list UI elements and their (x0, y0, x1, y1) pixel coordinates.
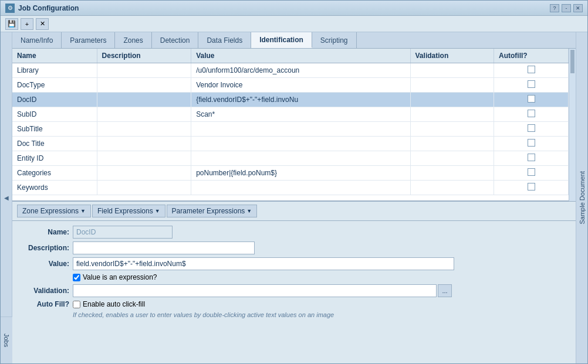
autofill-label: Auto Fill? (19, 300, 69, 308)
tab-name-info[interactable]: Name/Info (12, 32, 62, 48)
cell-autofill (494, 166, 569, 181)
parameter-expressions-button[interactable]: Parameter Expressions ▼ (167, 205, 258, 217)
tab-zones[interactable]: Zones (115, 32, 151, 48)
col-validation: Validation (410, 49, 494, 63)
field-expressions-button[interactable]: Field Expressions ▼ (92, 205, 165, 217)
jobs-label[interactable]: Jobs (3, 334, 10, 347)
help-button[interactable]: ? (550, 4, 559, 12)
validation-label: Validation: (19, 287, 69, 295)
validation-browse-button[interactable]: ... (438, 284, 452, 297)
cell-value: /u0/unform100/arc/demo_accoun (191, 63, 410, 78)
cell-description (97, 166, 191, 181)
cell-description (97, 137, 191, 151)
cell-validation (410, 137, 494, 151)
cell-name: SubID (12, 107, 97, 122)
autofill-checkbox-label: Enable auto click-fill (83, 300, 145, 308)
data-table-area: Name Description Value Validation Autofi… (12, 49, 569, 201)
form-row-value: Value: (19, 257, 569, 270)
table-scrollbar[interactable] (569, 49, 576, 201)
cell-value (191, 151, 410, 166)
zone-expressions-button[interactable]: Zone Expressions ▼ (17, 205, 91, 217)
sample-document-label[interactable]: Sample Document (579, 171, 586, 224)
cell-name: DocType (12, 78, 97, 93)
cell-validation (410, 151, 494, 166)
field-expr-label: Field Expressions (97, 207, 153, 215)
description-label: Description: (19, 244, 69, 252)
cell-autofill (494, 93, 569, 107)
col-name: Name (12, 49, 97, 63)
tabs-bar: Name/Info Parameters Zones Detection Dat… (12, 32, 576, 49)
zone-expr-arrow: ▼ (80, 208, 86, 214)
cell-autofill (494, 122, 569, 137)
cell-name: SubTitle (12, 122, 97, 137)
cell-value (191, 122, 410, 137)
save-icon: 💾 (8, 20, 16, 28)
name-label: Name: (19, 228, 69, 236)
title-bar-controls: ? - ✕ (550, 4, 583, 12)
param-expr-label: Parameter Expressions (172, 207, 245, 215)
minimize-button[interactable]: - (562, 4, 571, 12)
cell-description (97, 63, 191, 78)
cell-validation (410, 78, 494, 93)
scroll-thumb[interactable] (570, 50, 575, 73)
zone-expr-label: Zone Expressions (22, 207, 79, 215)
table-row[interactable]: Doc Title (12, 137, 569, 151)
cell-name: Library (12, 63, 97, 78)
cell-value: Scan* (191, 107, 410, 122)
cell-description (97, 78, 191, 93)
cell-description (97, 107, 191, 122)
col-value: Value (191, 49, 410, 63)
tab-identification[interactable]: Identification (251, 32, 312, 48)
cell-description (97, 151, 191, 166)
table-row[interactable]: Keywords (12, 181, 569, 195)
field-expr-arrow: ▼ (155, 208, 160, 214)
cell-name: Doc Title (12, 137, 97, 151)
col-autofill: Autofill? (494, 49, 569, 63)
jobs-sidebar[interactable]: Jobs (1, 317, 12, 363)
tab-scripting[interactable]: Scripting (312, 32, 357, 48)
right-sidebar[interactable]: Sample Document (576, 32, 587, 363)
name-field[interactable] (73, 226, 173, 239)
description-field[interactable] (73, 241, 255, 254)
form-row-name: Name: (19, 226, 569, 239)
window-icon: ⚙ (5, 4, 15, 13)
tab-detection[interactable]: Detection (152, 32, 199, 48)
table-row[interactable]: DocType Vendor Invoice (12, 78, 569, 93)
tab-parameters[interactable]: Parameters (62, 32, 115, 48)
window-title: Job Configuration (18, 4, 79, 12)
tab-data-fields[interactable]: Data Fields (198, 32, 251, 48)
cell-name: Entity ID (12, 151, 97, 166)
cell-name: DocID (12, 93, 97, 107)
add-button[interactable]: + (21, 18, 33, 30)
table-row[interactable]: Library /u0/unform100/arc/demo_accoun (12, 63, 569, 78)
save-button[interactable]: 💾 (5, 18, 18, 30)
table-row[interactable]: SubID Scan* (12, 107, 569, 122)
cell-autofill (494, 107, 569, 122)
left-sidebar-toggle[interactable]: ◀ (1, 32, 12, 363)
table-row[interactable]: Entity ID (12, 151, 569, 166)
validation-field[interactable] (73, 284, 437, 297)
value-label: Value: (19, 260, 69, 268)
form-row-autofill: Auto Fill? Enable auto click-fill (19, 300, 569, 308)
main-window: ⚙ Job Configuration ? - ✕ 💾 + ✕ ◀ Na (0, 0, 588, 364)
cell-autofill (494, 63, 569, 78)
table-row-selected[interactable]: DocID {field.vendorID$+"-"+field.invoNu (12, 93, 569, 107)
cell-validation (410, 107, 494, 122)
param-expr-arrow: ▼ (246, 208, 252, 214)
cell-validation (410, 93, 494, 107)
value-field[interactable] (73, 257, 454, 270)
close-button[interactable]: ✕ (573, 4, 583, 12)
left-arrow-icon: ◀ (4, 195, 9, 201)
delete-button[interactable]: ✕ (36, 18, 49, 30)
expression-checkbox[interactable] (73, 274, 80, 281)
cell-autofill (494, 151, 569, 166)
autofill-checkbox[interactable] (73, 301, 80, 308)
table-row[interactable]: SubTitle (12, 122, 569, 137)
table-row[interactable]: Categories poNumber|{field.poNum$} (12, 166, 569, 181)
form-row-description: Description: (19, 241, 569, 254)
autofill-hint: If checked, enables a user to enter valu… (73, 311, 569, 318)
form-area: Name: Description: Value: Value is an ex… (12, 221, 576, 323)
table-container: Name Description Value Validation Autofi… (12, 49, 576, 201)
form-row-validation: Validation: ... (19, 284, 569, 297)
center-panel: Name/Info Parameters Zones Detection Dat… (12, 32, 576, 363)
